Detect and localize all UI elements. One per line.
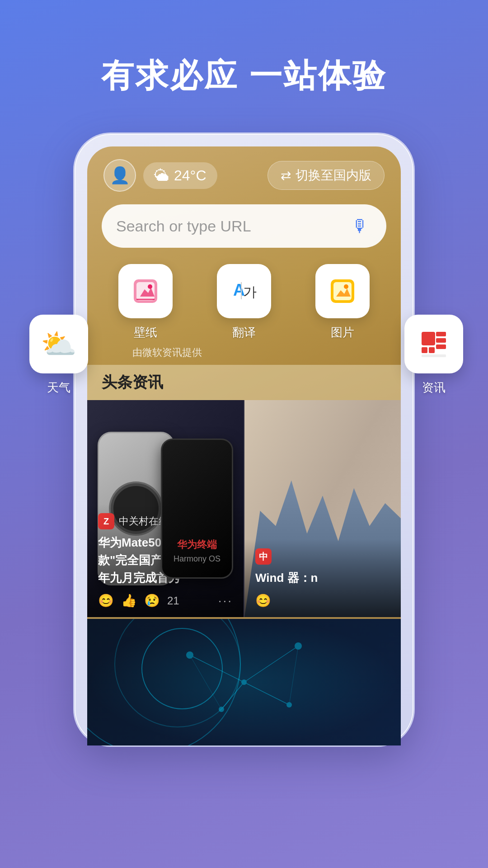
- app-item-wallpaper[interactable]: 壁纸: [114, 264, 177, 340]
- phone-mockup: ⛅ 天气 资讯 👤: [75, 134, 413, 745]
- svg-point-9: [148, 284, 152, 289]
- svg-line-24: [221, 682, 244, 709]
- translate-label: 翻译: [232, 325, 256, 340]
- images-icon-wrap: [315, 264, 370, 318]
- svg-point-16: [344, 284, 348, 289]
- powered-by-text: 由微软资讯提供: [87, 344, 401, 365]
- news-card-1[interactable]: 华为终端 Harmony OS Z 中关村在线 · 1 天 华为: [87, 400, 244, 617]
- huawei-brand-text: 华为终端: [177, 538, 217, 552]
- search-bar[interactable]: Search or type URL 🎙: [102, 204, 386, 248]
- user-icon: 👤: [110, 166, 130, 185]
- svg-text:가: 가: [243, 284, 257, 299]
- emoji-reaction-1[interactable]: 😊: [98, 593, 114, 608]
- headline: 有求必应 一站体验: [101, 54, 387, 98]
- quick-apps-row: 壁纸 A 가 翻译: [87, 264, 401, 340]
- wallpaper-icon: [131, 277, 160, 306]
- search-placeholder: Search or type URL: [116, 217, 251, 235]
- svg-rect-6: [422, 354, 446, 357]
- svg-line-23: [244, 646, 298, 682]
- translate-icon: A 가: [230, 277, 258, 306]
- svg-rect-5: [436, 344, 446, 349]
- mic-icon[interactable]: 🎙: [348, 214, 372, 238]
- wallpaper-label: 壁纸: [134, 325, 157, 340]
- svg-rect-2: [429, 347, 435, 353]
- floating-news-item[interactable]: 资讯: [404, 315, 463, 396]
- weather-emoji-icon: ⛅: [41, 327, 77, 361]
- news-icon-wrap: [404, 315, 463, 373]
- news-label: 资讯: [422, 380, 446, 396]
- tech-network-icon: [87, 619, 401, 745]
- emoji-reaction-3[interactable]: 😢: [144, 593, 160, 608]
- avatar-button[interactable]: 👤: [103, 159, 136, 192]
- wallpaper-icon-wrap: [118, 264, 173, 318]
- more-button[interactable]: ···: [218, 594, 233, 608]
- weather-label: 天气: [47, 380, 70, 396]
- emoji-reaction-2[interactable]: 👍: [121, 593, 137, 608]
- switch-icon: ⇄: [281, 168, 291, 183]
- app-item-images[interactable]: 图片: [311, 264, 374, 340]
- news-card-bottom[interactable]: [87, 619, 401, 745]
- status-bar: 👤 🌥 24°C ⇄ 切换至国内版: [87, 146, 401, 197]
- images-label: 图片: [331, 325, 354, 340]
- switch-button[interactable]: ⇄ 切换至国内版: [267, 161, 385, 190]
- search-bar-wrapper: Search or type URL 🎙: [87, 197, 401, 259]
- source-icon-zol: Z: [98, 513, 114, 529]
- news-icon: [418, 328, 450, 360]
- app-item-translate[interactable]: A 가 翻译: [212, 264, 276, 340]
- card-title-2: Wind 器：n: [255, 569, 390, 587]
- translate-icon-wrap: A 가: [217, 264, 271, 318]
- switch-label: 切换至国内版: [296, 167, 371, 184]
- news-card-2[interactable]: 中 Wind 器：n 😊: [244, 400, 401, 617]
- svg-rect-3: [436, 332, 446, 336]
- images-icon: [328, 277, 357, 306]
- source-icon-2: 中: [255, 548, 272, 565]
- emoji-reaction-card2[interactable]: 😊: [255, 593, 271, 608]
- card-actions-1: 😊 👍 😢 21 ···: [98, 593, 233, 608]
- svg-line-27: [289, 646, 298, 705]
- weather-icon-wrap: ⛅: [29, 315, 88, 373]
- weather-pill[interactable]: 🌥 24°C: [143, 162, 217, 189]
- news-section-title: 头条资讯: [87, 365, 401, 400]
- svg-rect-1: [422, 347, 427, 353]
- news-section: 头条资讯 华为终端 Harmony OS: [87, 365, 401, 745]
- card-actions-2: 😊: [255, 593, 390, 608]
- phone-screen: 👤 🌥 24°C ⇄ 切换至国内版 Search or type URL 🎙: [87, 146, 401, 745]
- reaction-count: 21: [167, 594, 179, 607]
- svg-rect-0: [422, 332, 435, 345]
- svg-rect-15: [333, 282, 352, 300]
- harmony-os-text: Harmony OS: [174, 554, 221, 564]
- svg-rect-4: [436, 338, 446, 343]
- temperature-text: 24°C: [174, 167, 206, 184]
- quick-apps-area: 壁纸 A 가 翻译: [87, 259, 401, 344]
- news-cards-row: 华为终端 Harmony OS Z 中关村在线 · 1 天 华为: [87, 400, 401, 617]
- tech-background: [87, 619, 401, 745]
- floating-weather-item[interactable]: ⛅ 天气: [29, 315, 88, 396]
- weather-status-icon: 🌥: [154, 167, 169, 184]
- card2-overlay: 中 Wind 器：n 😊: [244, 539, 401, 617]
- svg-line-25: [244, 682, 289, 705]
- phone-frame: 👤 🌥 24°C ⇄ 切换至国内版 Search or type URL 🎙: [75, 134, 413, 745]
- phone-image-2: 华为终端 Harmony OS: [161, 439, 233, 579]
- source-row-2: 中: [255, 548, 390, 565]
- status-left: 👤 🌥 24°C: [103, 159, 217, 192]
